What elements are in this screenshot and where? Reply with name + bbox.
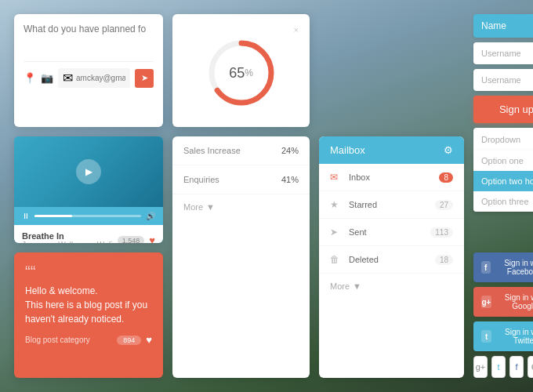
donut-chart-card: × 65% xyxy=(172,14,310,127)
stat-label-0: Sales Increase xyxy=(183,146,241,155)
dropdown-options: Option one Option two hover Option three xyxy=(473,151,533,212)
dropdown-option-1[interactable]: Option two hover xyxy=(473,171,533,191)
stat-value-1: 41% xyxy=(281,175,299,184)
sent-count: 113 xyxy=(430,227,453,238)
location-icon[interactable]: 📍 xyxy=(24,72,36,84)
gear-icon[interactable]: ⚙ xyxy=(444,144,453,156)
dropdown-option-2[interactable]: Option three xyxy=(473,191,533,212)
mailbox-header: Mailbox ⚙ xyxy=(319,136,464,164)
donut-percentage: 65% xyxy=(206,38,277,108)
mailbox-card: Mailbox ⚙ ✉ Inbox 8 ★ Starred 27 ➤ Sent … xyxy=(319,136,464,378)
sent-icon: ➤ xyxy=(330,227,341,238)
email-input-wrap: ✉ xyxy=(58,68,130,88)
play-count: 1,548 xyxy=(118,236,145,244)
mail-label-inbox: Inbox xyxy=(349,172,431,182)
blog-heart-icon[interactable]: ♥ xyxy=(146,334,152,346)
mini-social-row: g+ t f ⚙ ··· xyxy=(473,356,533,378)
starred-icon: ★ xyxy=(330,199,341,210)
stat-row: Sales Increase 24% xyxy=(172,136,310,165)
facebook-button[interactable]: f Sign in with Facebook xyxy=(473,252,533,282)
close-icon[interactable]: × xyxy=(294,25,299,34)
post-textarea[interactable] xyxy=(24,24,154,55)
donut-chart: 65% xyxy=(206,38,277,108)
mini-twitter-button[interactable]: t xyxy=(491,356,506,378)
stat-row-1: Enquiries 41% xyxy=(172,165,310,194)
stats-more-link[interactable]: More ▼ xyxy=(172,194,310,220)
track-title: Breathe In xyxy=(22,231,117,241)
inbox-count: 8 xyxy=(439,172,453,183)
mini-settings-button[interactable]: ⚙ xyxy=(528,356,533,378)
facebook-icon: f xyxy=(481,261,491,274)
video-screen: ▶ xyxy=(14,136,163,207)
mail-label-starred: Starred xyxy=(349,200,427,209)
deleted-icon: 🗑 xyxy=(330,254,341,265)
progress-bar[interactable] xyxy=(34,215,141,217)
track-info: Breathe In Japanese Wallpaper, Wafia xyxy=(22,231,117,243)
mini-facebook-button[interactable]: f xyxy=(509,356,524,378)
heart-icon[interactable]: ♥ xyxy=(149,234,155,243)
composer-footer: 📍 📷 ✉ ➤ xyxy=(24,61,154,88)
facebook-label: Sign in with Facebook xyxy=(497,259,533,276)
twitter-icon: t xyxy=(481,330,491,343)
mail-item-inbox[interactable]: ✉ Inbox 8 xyxy=(319,164,464,191)
blog-card: ““ Hello & welcome. This here is a blog … xyxy=(14,252,163,378)
blog-meta: 894 ♥ xyxy=(117,334,152,346)
blog-category: Blog post category xyxy=(25,336,90,344)
mail-label-sent: Sent xyxy=(349,227,422,237)
stats-card: Sales Increase 24% Enquiries 41% More ▼ xyxy=(172,136,310,378)
dropdown: Dropdown ∨ Option one Option two hover O… xyxy=(473,128,533,212)
mailbox-more-link[interactable]: More ▼ xyxy=(319,274,464,299)
video-player: ▶ ⏸ 🔊 Breathe In Japanese Wallpaper, Waf… xyxy=(14,136,163,243)
dropdown-option-0[interactable]: Option one xyxy=(473,151,533,171)
post-composer: 📍 📷 ✉ ➤ xyxy=(14,14,163,127)
mail-item-starred[interactable]: ★ Starred 27 xyxy=(319,191,464,219)
twitter-label: Sign in with Twitter xyxy=(498,328,533,345)
blog-footer: Blog post category 894 ♥ xyxy=(25,334,152,346)
dropdown-header[interactable]: Dropdown ∨ xyxy=(473,128,533,151)
video-info: Breathe In Japanese Wallpaper, Wafia 1,5… xyxy=(14,225,163,243)
twitter-button[interactable]: t Sign in with Twitter xyxy=(473,321,533,351)
google-label: Sign in with Google xyxy=(498,293,533,310)
stat-label-1: Enquiries xyxy=(183,175,219,184)
mailbox-title: Mailbox xyxy=(330,144,365,156)
name-field: Name xyxy=(473,14,533,38)
mail-item-deleted[interactable]: 🗑 Deleted 18 xyxy=(319,246,464,274)
email-input[interactable] xyxy=(76,74,125,82)
username-field-1[interactable]: Username xyxy=(473,42,533,64)
signup-button[interactable]: Sign up xyxy=(473,96,533,123)
dropdown-label: Dropdown xyxy=(481,135,520,144)
mail-label-deleted: Deleted xyxy=(349,255,427,264)
stat-value-0: 24% xyxy=(281,146,299,155)
send-button[interactable]: ➤ xyxy=(135,69,154,88)
main-container: 📍 📷 ✉ ➤ × 65% Sales Increase 24% xyxy=(0,0,533,392)
mini-google-button[interactable]: g+ xyxy=(473,356,488,378)
blog-count: 894 xyxy=(117,336,141,345)
blog-text: Hello & welcome. This here is a blog pos… xyxy=(25,284,152,326)
video-controls: ⏸ 🔊 xyxy=(14,207,163,225)
volume-icon[interactable]: 🔊 xyxy=(146,212,155,220)
inbox-icon: ✉ xyxy=(330,172,341,183)
starred-count: 27 xyxy=(435,200,453,210)
track-artist: Japanese Wallpaper, Wafia xyxy=(22,241,117,243)
mail-icon: ✉ xyxy=(63,71,73,85)
google-button[interactable]: g+ Sign in with Google xyxy=(473,287,533,317)
google-icon: g+ xyxy=(481,296,491,308)
camera-icon[interactable]: 📷 xyxy=(41,72,53,84)
track-meta: 1,548 ♥ xyxy=(118,234,155,243)
deleted-count: 18 xyxy=(435,255,453,265)
progress-fill xyxy=(34,215,72,217)
pause-button[interactable]: ⏸ xyxy=(22,212,30,220)
signup-form: Name Username Username Sign up Dropdown … xyxy=(473,14,533,243)
social-buttons: f Sign in with Facebook g+ Sign in with … xyxy=(473,252,533,378)
play-button[interactable]: ▶ xyxy=(76,159,101,184)
mail-item-sent[interactable]: ➤ Sent 113 xyxy=(319,219,464,246)
quote-icon: ““ xyxy=(25,263,152,279)
username-field-2[interactable]: Username xyxy=(473,69,533,91)
